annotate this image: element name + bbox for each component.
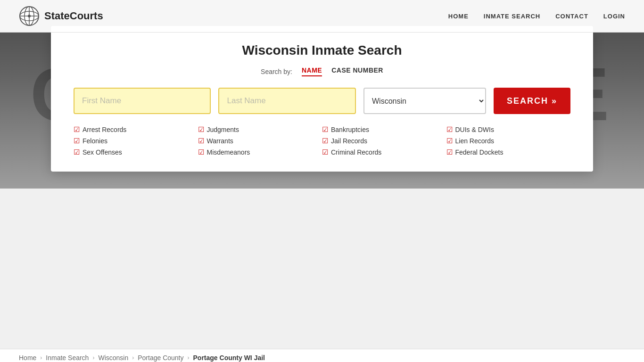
search-inputs-row: Wisconsin Alabama Alaska Arizona Arkansa… [74,88,570,114]
check-label: Warrants [207,137,233,145]
check-icon: ☑ [322,137,328,145]
tab-name[interactable]: NAME [302,66,322,76]
breadcrumb: Home › Inmate Search › Wisconsin › Porta… [0,349,644,362]
check-icon: ☑ [74,137,80,145]
search-by-row: Search by: NAME CASE NUMBER [74,66,570,76]
check-item: ☑Felonies [74,137,198,145]
check-icon: ☑ [446,148,453,156]
check-item: ☑Criminal Records [322,148,446,156]
checks-grid: ☑Arrest Records☑Judgments☑Bankruptcies☑D… [74,125,570,156]
breadcrumb-portage-county[interactable]: Portage County [138,354,183,362]
check-label: Sex Offenses [83,148,122,156]
breadcrumb-inmate-search[interactable]: Inmate Search [46,354,89,362]
breadcrumb-sep-3: › [132,354,134,361]
navigation-bar: StateCourts HOME INMATE SEARCH CONTACT L… [0,0,644,33]
check-label: Bankruptcies [331,126,369,133]
check-icon: ☑ [198,148,204,156]
check-label: Federal Dockets [455,148,504,156]
check-item: ☑Bankruptcies [322,125,446,134]
breadcrumb-sep-1: › [40,354,42,361]
check-item: ☑DUIs & DWIs [446,125,571,134]
last-name-input[interactable] [218,88,355,114]
check-item: ☑Lien Records [446,137,571,145]
check-item: ☑Judgments [198,125,322,134]
check-item: ☑Jail Records [322,137,446,145]
check-item: ☑Sex Offenses [74,148,198,156]
check-label: Misdemeanors [207,148,250,156]
check-item: ☑Warrants [198,137,322,145]
check-item: ☑Arrest Records [74,125,198,134]
breadcrumb-home[interactable]: Home [19,354,36,362]
check-label: Lien Records [455,137,495,145]
nav-login[interactable]: LOGIN [603,13,625,20]
logo-area[interactable]: StateCourts [19,6,103,26]
breadcrumb-wisconsin[interactable]: Wisconsin [98,354,128,362]
check-item: ☑Misdemeanors [198,148,322,156]
nav-home[interactable]: HOME [448,13,469,20]
check-icon: ☑ [446,137,453,145]
first-name-input[interactable] [74,88,211,114]
check-label: DUIs & DWIs [455,126,494,133]
check-label: Jail Records [331,137,367,145]
tab-case-number[interactable]: CASE NUMBER [331,66,383,76]
check-icon: ☑ [446,125,453,134]
check-icon: ☑ [74,125,80,134]
check-icon: ☑ [198,125,204,134]
check-icon: ☑ [322,125,328,134]
check-label: Judgments [207,126,239,133]
breadcrumb-sep-4: › [188,354,190,361]
search-button[interactable]: SEARCH » [494,88,570,114]
check-label: Criminal Records [331,148,381,156]
breadcrumb-current: Portage County WI Jail [193,354,265,362]
nav-contact[interactable]: CONTACT [555,13,588,20]
site-name: StateCourts [44,10,103,22]
nav-links: HOME INMATE SEARCH CONTACT LOGIN [448,13,625,20]
check-label: Felonies [83,137,107,145]
check-label: Arrest Records [83,126,126,133]
breadcrumb-sep-2: › [92,354,94,361]
search-card: Wisconsin Inmate Search Search by: NAME … [51,26,593,172]
check-icon: ☑ [198,137,204,145]
check-icon: ☑ [74,148,80,156]
nav-inmate-search[interactable]: INMATE SEARCH [484,13,540,20]
logo-icon [19,6,40,26]
search-by-label: Search by: [261,68,292,75]
header: COURTHOUSE StateCourts HOME INMATE SEARC… [0,0,644,189]
state-select[interactable]: Wisconsin Alabama Alaska Arizona Arkansa… [363,88,486,114]
search-card-title: Wisconsin Inmate Search [74,43,570,58]
check-item: ☑Federal Dockets [446,148,571,156]
check-icon: ☑ [322,148,328,156]
